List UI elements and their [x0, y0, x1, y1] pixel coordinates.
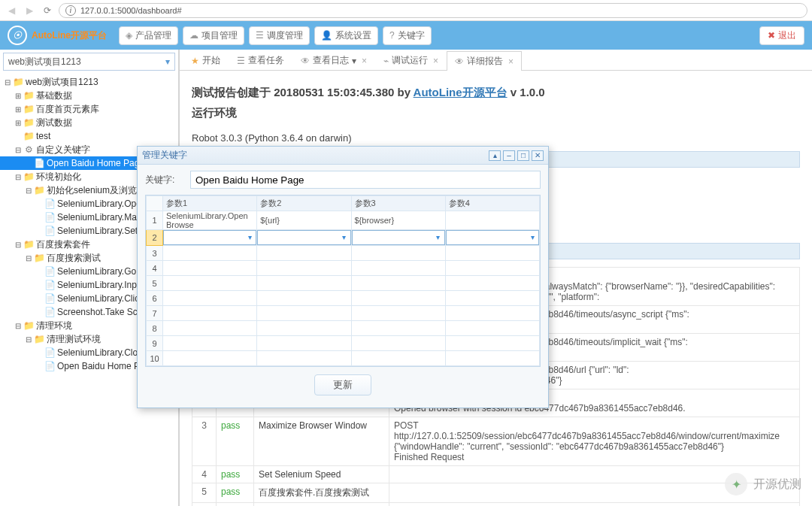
dialog-titlebar[interactable]: 管理关键字 ▴ – □ ✕	[138, 147, 548, 165]
app-logo-icon: ⦿	[8, 26, 27, 45]
grid-row[interactable]: 10	[147, 351, 540, 366]
close-button[interactable]: ✕	[532, 150, 544, 161]
expand-toggle-icon[interactable]: ⊟	[3, 78, 12, 86]
grid-row[interactable]: 5	[147, 276, 540, 291]
tab-debug[interactable]: ⌁调试运行×	[375, 50, 447, 70]
system-settings-button[interactable]: 👤系统设置	[314, 26, 378, 45]
chevron-down-icon: ▾	[165, 56, 170, 67]
keyword-label: 关键字:	[145, 174, 184, 186]
reload-button[interactable]: ⟳	[41, 4, 54, 17]
tree-label: test	[36, 131, 50, 141]
param3-combo[interactable]: ▾	[352, 230, 445, 245]
forward-button[interactable]: ▶	[23, 4, 36, 17]
keyword-field-row: 关键字:	[145, 171, 541, 189]
expand-toggle-icon[interactable]: ⊟	[14, 322, 23, 330]
back-button[interactable]: ◀	[5, 4, 18, 17]
cloud-icon: ☁	[189, 30, 198, 41]
chevron-down-icon: ▾	[352, 56, 356, 66]
report-created-line: 测试报告创建于 20180531 15:03:45.380 by AutoLin…	[192, 86, 800, 100]
close-icon[interactable]: ×	[508, 56, 514, 67]
tree-node[interactable]: ⊞📁百度首页元素库	[0, 102, 178, 116]
param2-combo[interactable]: ▾	[257, 230, 350, 245]
brand-name: AutoLine开源平台	[32, 29, 107, 42]
grid-row[interactable]: 1 SeleniumLibrary.Open Browse ${url} ${b…	[147, 211, 540, 230]
params-grid: 参数1 参数2 参数3 参数4 1 SeleniumLibrary.Open B…	[145, 195, 541, 367]
keyword-button[interactable]: ?关键字	[383, 26, 432, 45]
url-bar[interactable]: i 127.0.0.1:5000/dashboard#	[59, 3, 807, 18]
log-cell: Opening url 'http://www.baidu.com'POST h…	[389, 503, 800, 507]
tabstrip: ★开始 ☰查看任务 👁查看日志▾× ⌁调试运行× 👁详细报告×	[180, 50, 812, 71]
tree-node[interactable]: 📁test	[0, 129, 178, 143]
tree-node[interactable]: ⊞📁基础数据	[0, 89, 178, 102]
grid-row[interactable]: 6	[147, 291, 540, 306]
dialog-title: 管理关键字	[142, 149, 486, 162]
chevron-down-icon[interactable]: ▾	[527, 232, 538, 242]
bug-icon: ⌁	[383, 56, 389, 66]
expand-toggle-icon[interactable]: ⊟	[24, 186, 33, 195]
expand-toggle-icon[interactable]: ⊟	[14, 173, 23, 181]
chevron-down-icon[interactable]: ▾	[339, 232, 350, 242]
tab-logs[interactable]: 👁查看日志▾×	[292, 50, 375, 70]
status-cell: pass	[217, 483, 254, 503]
col-param3: 参数3	[351, 196, 445, 211]
expand-toggle-icon[interactable]: ⊟	[24, 335, 33, 344]
expand-toggle-icon[interactable]: ⊟	[14, 241, 23, 249]
report-row: 4passSet Selenium Speed	[192, 466, 800, 483]
watermark: ✦ 开源优测	[725, 473, 801, 495]
grid-row[interactable]: 3	[147, 246, 540, 261]
expand-toggle-icon[interactable]: ⊞	[14, 105, 23, 114]
tree-label: 基础数据	[36, 89, 72, 102]
schedule-mgmt-button[interactable]: ☰调度管理	[249, 26, 310, 45]
param4-combo[interactable]: ▾	[446, 230, 539, 245]
project-mgmt-button[interactable]: ☁项目管理	[183, 26, 244, 45]
close-icon[interactable]: ×	[362, 56, 367, 66]
tree-label: 百度搜索测试	[47, 252, 101, 265]
grid-row-editing[interactable]: 2 ▾ ▸☁web测试项目1213▸🔧自定义关键字▸📁BuiltIn▸📁Coll…	[147, 230, 540, 246]
log-cell: POST http://127.0.0.1:52509/session/ebc6…	[389, 417, 800, 466]
help-icon: ?	[389, 30, 395, 41]
col-param1: 参数1	[163, 196, 257, 211]
env-line: Robot 3.0.3 (Python 3.6.4 on darwin)	[192, 132, 800, 144]
chevron-down-icon[interactable]: ▾	[433, 232, 444, 242]
col-param2: 参数2	[257, 196, 351, 211]
logout-button[interactable]: ✖退出	[759, 26, 804, 45]
minimize-button[interactable]: –	[503, 150, 515, 161]
dialog-body: 关键字: 参数1 参数2 参数3 参数4 1 SeleniumLibrary.O…	[138, 165, 548, 408]
maximize-button[interactable]: □	[517, 150, 529, 161]
tree-label: 环境初始化	[36, 171, 81, 183]
tab-report[interactable]: 👁详细报告×	[447, 51, 522, 71]
keyword-cell: 百度搜索套件.百度搜索测试	[254, 483, 389, 503]
eye-icon: 👁	[455, 56, 464, 67]
update-button[interactable]: 更新	[314, 374, 371, 395]
tree-label: 自定义关键字	[36, 144, 90, 156]
platform-link[interactable]: AutoLine开源平台	[414, 86, 508, 98]
keyword-input[interactable]	[190, 171, 541, 189]
expand-toggle-icon[interactable]: ⊞	[14, 119, 23, 127]
shield-icon: ◈	[126, 30, 132, 41]
grid-row[interactable]: 7	[147, 306, 540, 321]
grid-row[interactable]: 8	[147, 321, 540, 336]
tree-node[interactable]: ⊞📁测试数据	[0, 116, 178, 129]
param1-input[interactable]	[163, 230, 256, 245]
tab-tasks[interactable]: ☰查看任务	[229, 50, 292, 70]
tree-label: 清理测试环境	[47, 333, 101, 346]
expand-toggle-icon[interactable]: ⊞	[14, 92, 23, 100]
url-text: 127.0.0.1:5000/dashboard#	[80, 6, 182, 15]
project-selector[interactable]: web测试项目1213 ▾	[3, 53, 175, 71]
status-cell: pass	[217, 466, 254, 483]
tab-start[interactable]: ★开始	[183, 50, 229, 70]
param1-combo[interactable]: ▾ ▸☁web测试项目1213▸🔧自定义关键字▸📁BuiltIn▸📁Collec…	[163, 230, 256, 245]
info-icon: i	[65, 5, 76, 16]
grid-row[interactable]: 9	[147, 336, 540, 351]
tree-node[interactable]: ⊟📁web测试项目1213	[0, 75, 178, 89]
product-mgmt-button[interactable]: ◈产品管理	[119, 26, 178, 45]
grid-row[interactable]: 4	[147, 261, 540, 276]
expand-toggle-icon[interactable]: ⊟	[24, 254, 33, 262]
env-title: 运行环境	[192, 106, 800, 120]
tree-label: 百度搜索套件	[36, 238, 90, 251]
close-icon[interactable]: ×	[433, 56, 438, 66]
expand-toggle-icon[interactable]: ⊟	[14, 146, 23, 154]
collapse-button[interactable]: ▴	[489, 150, 501, 161]
chevron-down-icon[interactable]: ▾	[244, 232, 255, 242]
tree-label: web测试项目1213	[26, 76, 98, 89]
